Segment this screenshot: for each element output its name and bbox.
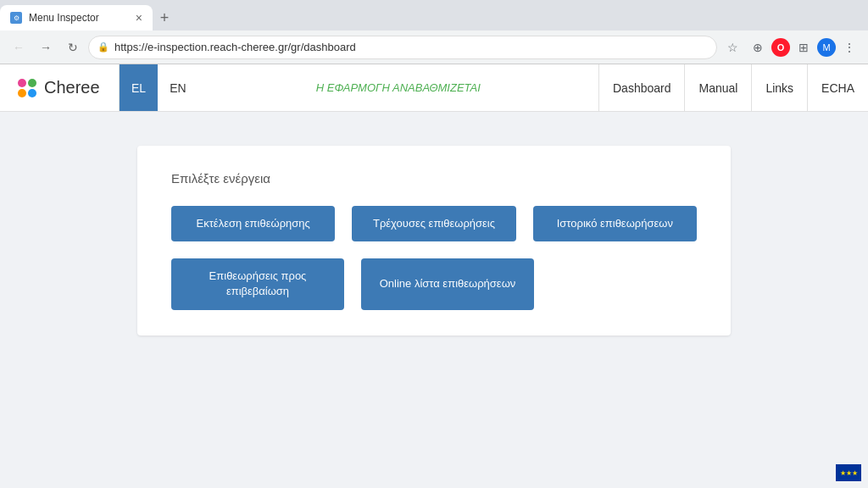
- nav-dashboard[interactable]: Dashboard: [598, 64, 685, 111]
- language-switcher: EL EN: [119, 64, 198, 111]
- nav-links[interactable]: Links: [751, 64, 807, 111]
- app-notice: Η ΕΦΑΡΜΟΓΗ ΑΝΑΒΑΘΜΙΖΕΤΑΙ: [198, 81, 598, 94]
- action-buttons-row2: Επιθεωρήσεις προς επιβεβαίωση Online λίσ…: [171, 258, 697, 309]
- new-tab-button[interactable]: +: [153, 6, 176, 30]
- action-card: Επιλέξτε ενέργεια Εκτέλεση επιθεώρησης Τ…: [137, 146, 731, 336]
- app-header: Cheree EL EN Η ΕΦΑΡΜΟΓΗ ΑΝΑΒΑΘΜΙΖΕΤΑΙ Da…: [0, 64, 868, 112]
- bookmark-icon[interactable]: ☆: [721, 36, 744, 59]
- forward-button[interactable]: →: [34, 36, 58, 59]
- tab-favicon: ⚙: [10, 12, 22, 24]
- cheree-logo-icon: [14, 75, 41, 102]
- online-list-button[interactable]: Online λίστα επιθεωρήσεων: [361, 258, 534, 309]
- lang-el-button[interactable]: EL: [120, 64, 158, 111]
- opera-icon: O: [771, 38, 790, 57]
- logo-area: Cheree: [0, 75, 119, 102]
- app-container: Cheree EL EN Η ΕΦΑΡΜΟΓΗ ΑΝΑΒΑΘΜΙΖΕΤΑΙ Da…: [0, 64, 868, 488]
- empty-slot: [551, 258, 697, 309]
- browser-actions: ☆ ⊕ O ⊞ M ⋮: [721, 36, 861, 59]
- browser-tab[interactable]: ⚙ Menu Inspector ×: [0, 5, 153, 30]
- address-bar[interactable]: 🔒 https://e-inspection.reach-cheree.gr/g…: [88, 36, 717, 59]
- back-button[interactable]: ←: [7, 36, 31, 59]
- logo-text: Cheree: [44, 78, 100, 97]
- profile-icon[interactable]: M: [817, 38, 836, 57]
- action-buttons-row1: Εκτέλεση επιθεώρησης Τρέχουσες επιθεωρήσ…: [171, 206, 697, 241]
- reader-icon[interactable]: ⊕: [746, 36, 770, 59]
- nav-manual[interactable]: Manual: [684, 64, 751, 111]
- address-text: https://e-inspection.reach-cheree.gr/gr/…: [114, 41, 708, 53]
- nav-echa[interactable]: ECHA: [807, 64, 868, 111]
- tab-bar: ⚙ Menu Inspector × +: [0, 0, 868, 30]
- svg-point-0: [18, 79, 26, 87]
- refresh-button[interactable]: ↻: [61, 36, 85, 59]
- svg-point-3: [28, 89, 36, 97]
- confirm-inspections-button[interactable]: Επιθεωρήσεις προς επιβεβαίωση: [171, 258, 344, 309]
- tab-close-button[interactable]: ×: [136, 11, 142, 25]
- svg-point-2: [18, 89, 26, 97]
- lang-en-button[interactable]: EN: [158, 64, 198, 111]
- execute-inspection-button[interactable]: Εκτέλεση επιθεώρησης: [171, 206, 335, 241]
- history-inspections-button[interactable]: Ιστορικό επιθεωρήσεων: [533, 206, 697, 241]
- main-content: Επιλέξτε ενέργεια Εκτέλεση επιθεώρησης Τ…: [0, 112, 868, 369]
- nav-bar: ← → ↻ 🔒 https://e-inspection.reach-chere…: [0, 30, 868, 64]
- wallet-icon[interactable]: ⊞: [792, 36, 815, 59]
- menu-button[interactable]: ⋮: [837, 36, 861, 59]
- tab-title: Menu Inspector: [29, 12, 99, 24]
- current-inspections-button[interactable]: Τρέχουσες επιθεωρήσεις: [352, 206, 515, 241]
- svg-point-1: [28, 79, 36, 87]
- browser-window: ⚙ Menu Inspector × + ← → ↻ 🔒 https://e-i…: [0, 0, 868, 488]
- app-nav-links: Dashboard Manual Links ECHA: [598, 64, 868, 111]
- eu-flag: ★★★: [836, 464, 861, 481]
- lock-icon: 🔒: [97, 42, 109, 53]
- action-card-title: Επιλέξτε ενέργεια: [171, 171, 697, 186]
